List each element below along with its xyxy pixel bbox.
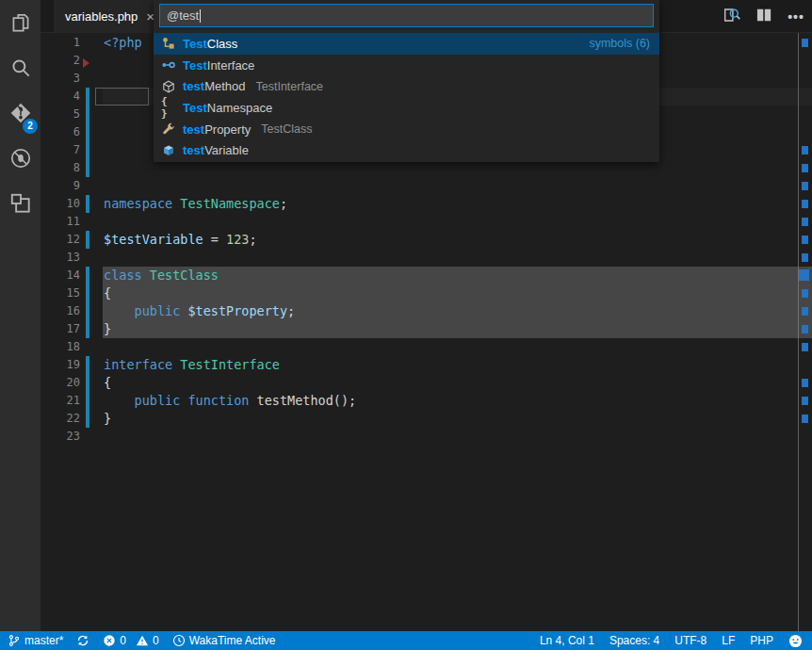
overview-git-mark [802, 218, 808, 226]
line-number[interactable]: 16 [41, 302, 80, 320]
indentation-setting[interactable]: Spaces: 4 [609, 634, 659, 647]
line-number[interactable]: 4 [41, 88, 80, 106]
wakatime-label: WakaTime Active [189, 634, 276, 647]
code-line[interactable]: 19interface TestInterface [41, 356, 812, 374]
code-token: ; [280, 196, 287, 211]
sync-button[interactable] [76, 634, 89, 647]
tab-title: variables.php [65, 9, 138, 24]
quick-open-item-testinterface[interactable]: TestInterface [154, 55, 659, 76]
editor-actions: ••• [720, 0, 808, 33]
line-number[interactable]: 5 [41, 106, 80, 123]
quick-open-input[interactable]: @test [159, 4, 654, 27]
code-token: public [135, 303, 188, 318]
line-number[interactable]: 17 [41, 320, 80, 338]
error-marker-icon [83, 58, 89, 68]
line-number[interactable]: 14 [41, 267, 80, 284]
line-number[interactable]: 9 [41, 177, 80, 195]
quick-open-item-testproperty[interactable]: testPropertyTestClass [154, 119, 659, 140]
cursor-position-label: Ln 4, Col 1 [540, 634, 594, 647]
symbol-detail: TestInterface [256, 80, 324, 93]
code-line[interactable]: 13 [41, 249, 812, 267]
cursor-position[interactable]: Ln 4, Col 1 [540, 634, 594, 647]
language-label: PHP [750, 634, 773, 647]
code-line[interactable]: 14class TestClass [41, 267, 812, 284]
git-gutter-modified [86, 88, 89, 106]
line-number[interactable]: 6 [41, 123, 80, 141]
line-number[interactable]: 2 [41, 52, 80, 70]
feedback-button[interactable] [788, 634, 803, 648]
code-line[interactable]: 18 [41, 338, 812, 356]
line-number[interactable]: 15 [41, 284, 80, 302]
code-token: } [104, 411, 111, 426]
code-line[interactable]: 9 [41, 177, 812, 195]
line-number[interactable]: 22 [41, 410, 80, 428]
git-gutter-modified [86, 392, 89, 410]
symbol-label-rest: Method [204, 79, 245, 93]
line-number[interactable]: 11 [41, 213, 80, 231]
split-editor-button[interactable] [752, 5, 776, 29]
overview-git-mark [802, 325, 808, 333]
code-line[interactable]: 22} [41, 410, 812, 428]
symbol-label-match: test [183, 143, 204, 157]
code-token: { [104, 375, 111, 390]
code-line[interactable]: 10namespace TestNamespace; [41, 195, 812, 213]
encoding-setting[interactable]: UTF-8 [674, 634, 706, 647]
code-token: ; [249, 232, 256, 247]
sidebar-item-source-control[interactable]: 2 [0, 90, 41, 136]
warning-icon [136, 634, 149, 647]
warning-count: 0 [153, 634, 159, 647]
git-gutter-modified [86, 302, 89, 320]
line-number[interactable]: 7 [41, 141, 80, 159]
code-line[interactable]: 11 [41, 213, 812, 231]
wakatime-status[interactable]: WakaTime Active [172, 634, 276, 647]
code-line[interactable]: 23 [41, 428, 812, 446]
code-line[interactable]: 21 public function testMethod(); [41, 392, 812, 410]
line-number[interactable]: 1 [41, 34, 80, 52]
line-number[interactable]: 18 [41, 338, 80, 356]
code-line[interactable]: 20{ [41, 374, 812, 392]
code-text: interface TestInterface [104, 356, 280, 374]
tab-variables-php[interactable]: variables.php × [54, 0, 164, 33]
more-actions-button[interactable]: ••• [784, 5, 808, 29]
line-number[interactable]: 20 [41, 374, 80, 392]
error-count: 0 [120, 634, 126, 647]
line-number[interactable]: 19 [41, 356, 80, 374]
line-number[interactable]: 23 [41, 428, 80, 446]
problems-indicator[interactable]: 0 0 [103, 634, 158, 647]
error-icon [103, 634, 116, 647]
code-line[interactable]: 15{ [41, 284, 812, 302]
git-branch-indicator[interactable]: master* [8, 634, 63, 647]
status-bar: master* 0 [0, 631, 812, 650]
symbol-label-rest: Property [204, 122, 251, 137]
open-changes-button[interactable] [720, 5, 744, 29]
sidebar-item-explorer[interactable] [0, 0, 41, 45]
more-actions-icon: ••• [788, 9, 804, 24]
quick-open-item-testvariable[interactable]: testVariable [154, 139, 659, 161]
quick-open-item-testmethod[interactable]: testMethodTestInterface [154, 75, 659, 97]
line-number[interactable]: 10 [41, 195, 80, 213]
code-token: namespace [104, 196, 180, 211]
line-number[interactable]: 13 [41, 249, 80, 267]
line-number[interactable]: 3 [41, 70, 80, 88]
overview-git-mark [802, 200, 808, 208]
sidebar-item-debug[interactable] [0, 136, 41, 181]
language-mode[interactable]: PHP [750, 634, 773, 647]
quick-open-item-testnamespace[interactable]: { }TestNamespace [154, 97, 659, 119]
line-number[interactable]: 12 [41, 231, 80, 249]
code-line[interactable]: 16 public $testProperty; [41, 302, 812, 320]
eol-setting[interactable]: LF [722, 634, 735, 647]
quick-open-item-testclass[interactable]: TestClasssymbols (6) [154, 33, 659, 55]
code-line[interactable]: 12$testVariable = 123; [41, 231, 812, 249]
indentation-label: Spaces: 4 [609, 634, 659, 647]
sidebar-item-extensions[interactable] [0, 181, 41, 226]
code-token: <?php [104, 35, 142, 50]
sidebar-item-search[interactable] [0, 45, 41, 90]
git-gutter-modified [86, 284, 89, 302]
code-line[interactable]: 17} [41, 320, 812, 338]
line-number[interactable]: 8 [41, 159, 80, 177]
git-gutter-modified [86, 141, 89, 159]
overview-ruler[interactable] [798, 33, 812, 631]
variable-icon [161, 143, 176, 158]
line-number[interactable]: 21 [41, 392, 80, 410]
symbol-label-rest: Class [207, 37, 238, 51]
